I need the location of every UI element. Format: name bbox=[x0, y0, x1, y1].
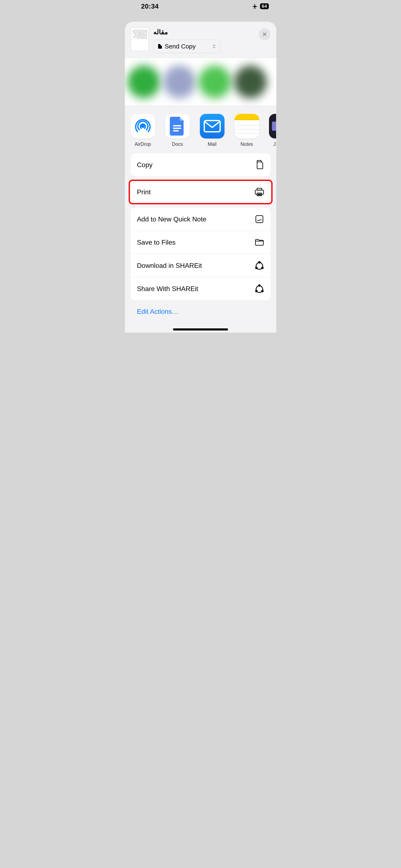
action-label: Save to Files bbox=[137, 239, 176, 246]
action-group-main: Add to New Quick Note Save to Files Down… bbox=[131, 208, 271, 300]
app-unknown[interactable]: J bbox=[269, 114, 276, 147]
svg-rect-6 bbox=[204, 121, 220, 132]
shareit-icon bbox=[255, 284, 264, 293]
quick-note-icon bbox=[255, 214, 264, 224]
app-docs[interactable]: Docs bbox=[165, 114, 190, 147]
svg-rect-4 bbox=[173, 128, 181, 129]
action-label: Share With SHAREit bbox=[137, 285, 198, 293]
app-label: Mail bbox=[208, 142, 216, 147]
action-label: Copy bbox=[137, 161, 153, 169]
action-print[interactable]: Print bbox=[131, 181, 271, 204]
status-bar: 20:34 64 bbox=[125, 0, 276, 12]
share-apps-row[interactable]: AirDrop Docs Mail bbox=[125, 106, 276, 153]
action-group-copy: Copy bbox=[131, 153, 271, 176]
action-save-files[interactable]: Save to Files bbox=[131, 230, 271, 254]
status-right: 64 bbox=[252, 3, 269, 9]
unknown-app-icon bbox=[269, 114, 276, 138]
share-people-row[interactable] bbox=[125, 58, 276, 106]
home-indicator[interactable] bbox=[173, 329, 228, 331]
svg-rect-7 bbox=[255, 190, 264, 194]
document-icon bbox=[158, 44, 162, 49]
document-thumbnail: لورم ایپسوم متن ساختگی با تولید سادگی نا… bbox=[131, 28, 149, 51]
battery-level: 64 bbox=[260, 3, 269, 9]
action-quick-note[interactable]: Add to New Quick Note bbox=[131, 208, 271, 230]
edit-actions-link[interactable]: Edit Actions… bbox=[137, 308, 276, 315]
docs-icon bbox=[165, 114, 190, 138]
app-label: Docs bbox=[172, 142, 183, 147]
document-title: مقاله bbox=[153, 28, 254, 36]
share-sheet-header: لورم ایپسوم متن ساختگی با تولید سادگی نا… bbox=[125, 22, 276, 58]
folder-icon bbox=[255, 238, 264, 247]
svg-rect-3 bbox=[173, 125, 181, 126]
action-download-shareit[interactable]: Download in SHAREit bbox=[131, 254, 271, 277]
svg-rect-12 bbox=[256, 216, 263, 223]
status-time: 20:34 bbox=[141, 2, 159, 10]
share-sheet: لورم ایپسوم متن ساختگی با تولید سادگی نا… bbox=[125, 22, 276, 333]
close-icon bbox=[262, 32, 267, 36]
copy-icon bbox=[255, 160, 264, 169]
mail-icon bbox=[200, 114, 224, 138]
action-group-print: Print bbox=[131, 181, 271, 204]
app-mail[interactable]: Mail bbox=[200, 114, 225, 147]
header-main: مقاله Send Copy bbox=[153, 28, 254, 53]
airdrop-icon bbox=[130, 114, 155, 138]
send-copy-selector[interactable]: Send Copy bbox=[153, 40, 220, 53]
svg-rect-5 bbox=[173, 130, 179, 131]
action-label: Print bbox=[137, 188, 151, 196]
printer-icon bbox=[255, 187, 264, 197]
app-label: Notes bbox=[240, 142, 253, 147]
close-button[interactable] bbox=[259, 28, 271, 40]
notes-icon bbox=[235, 114, 259, 138]
updown-chevron-icon bbox=[212, 44, 216, 49]
app-airdrop[interactable]: AirDrop bbox=[130, 114, 155, 147]
action-label: Download in SHAREit bbox=[137, 262, 202, 270]
action-share-shareit[interactable]: Share With SHAREit bbox=[131, 277, 271, 300]
airplane-mode-icon bbox=[252, 3, 258, 9]
app-label: AirDrop bbox=[135, 142, 151, 147]
action-copy[interactable]: Copy bbox=[131, 153, 271, 176]
send-copy-label: Send Copy bbox=[165, 43, 196, 50]
app-label: J bbox=[273, 142, 276, 147]
app-notes[interactable]: Notes bbox=[234, 114, 259, 147]
svg-rect-8 bbox=[257, 188, 262, 190]
action-label: Add to New Quick Note bbox=[137, 215, 207, 223]
shareit-icon bbox=[255, 261, 264, 270]
